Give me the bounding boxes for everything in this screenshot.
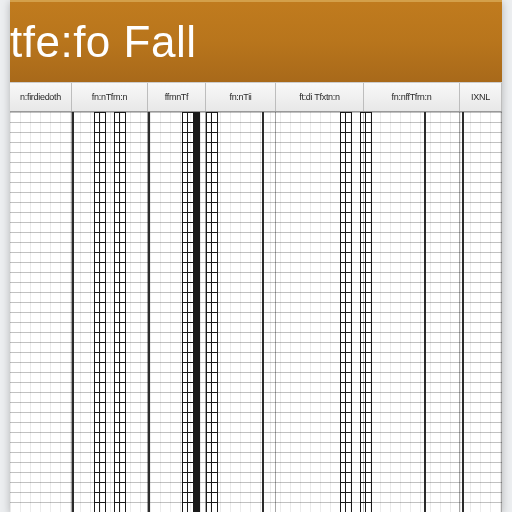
column-boundaries <box>10 112 502 512</box>
data-spine <box>360 112 372 512</box>
data-spine <box>182 112 200 512</box>
column-divider <box>462 112 464 512</box>
column-header[interactable]: ft:di Tfxtn:n <box>276 83 364 111</box>
column-divider <box>262 112 264 512</box>
title-bar: tfe:fo Fall <box>10 0 502 82</box>
data-spine <box>94 112 106 512</box>
column-header[interactable]: fn:nTii <box>206 83 276 111</box>
column-boundary <box>460 112 502 512</box>
column-boundary <box>10 112 72 512</box>
column-divider <box>424 112 426 512</box>
column-boundary <box>72 112 148 512</box>
spreadsheet-grid[interactable] <box>10 112 502 512</box>
column-header-row: n:firdiedothfn:nTfm:nffmnTffn:nTiift:di … <box>10 82 502 112</box>
column-divider <box>148 112 150 512</box>
app-window: tfe:fo Fall n:firdiedothfn:nTfm:nffmnTff… <box>10 0 502 512</box>
column-header[interactable]: fn:nffTfrn:n <box>364 83 460 111</box>
column-header[interactable]: IXNL <box>460 83 502 111</box>
data-spine <box>114 112 126 512</box>
column-header[interactable]: n:firdiedoth <box>10 83 72 111</box>
column-header[interactable]: fn:nTfm:n <box>72 83 148 111</box>
column-divider <box>72 112 74 512</box>
column-boundary <box>364 112 460 512</box>
column-header[interactable]: ffmnTf <box>148 83 206 111</box>
data-spine <box>340 112 352 512</box>
app-title: tfe:fo Fall <box>10 17 196 67</box>
data-spine <box>206 112 218 512</box>
